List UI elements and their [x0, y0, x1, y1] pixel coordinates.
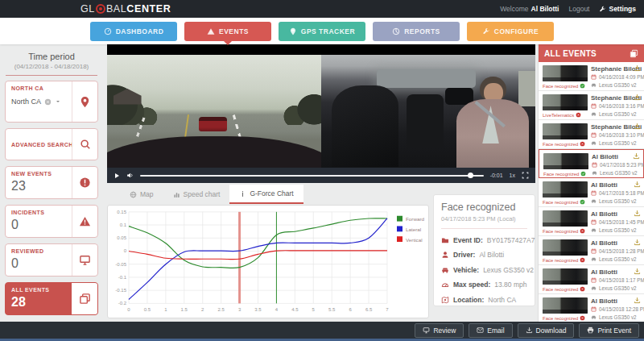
top-header: GLBALCENTER WelcomeAl Bilotti Logout Set… [0, 0, 644, 18]
event-list-item[interactable]: Face recognized Stephanie Bilotti 04/16/… [539, 62, 644, 91]
event-list-item[interactable]: Face recognized Al Bilotti 04/15/2018 12… [539, 294, 644, 323]
event-thumbnail [543, 268, 588, 285]
event-download-button[interactable] [633, 152, 640, 160]
event-date: 04/15/2018 1:28 PM [591, 248, 644, 254]
calendar-icon [591, 306, 597, 312]
nav-tab-configure[interactable]: CONFIGURE [467, 22, 554, 41]
event-list-item[interactable]: Face recognized Al Bilotti 04/17/2018 5:… [539, 149, 644, 178]
event-date: 04/16/2018 4:09 PM [591, 74, 644, 80]
event-tag: Face recognized [543, 286, 585, 292]
event-tag: Face recognized [543, 228, 585, 234]
event-tag: Face recognized [543, 257, 585, 263]
view-tabs: Map Speed chart G-Force Chart [107, 185, 303, 204]
search-icon[interactable] [80, 139, 91, 150]
counter-reviewed[interactable]: REVIEWED 0 [5, 243, 98, 277]
event-list-item[interactable]: Face recognized Al Bilotti 04/15/2018 1:… [539, 207, 644, 236]
monitor-icon [79, 254, 91, 266]
volume-button[interactable] [126, 172, 134, 179]
download-icon[interactable] [634, 239, 641, 246]
calendar-icon [591, 219, 597, 225]
event-thumbnail [543, 94, 588, 110]
review-button[interactable]: Review [415, 323, 464, 338]
search-icon-section[interactable] [72, 129, 97, 160]
play-button[interactable] [114, 173, 120, 179]
svg-text:4: 4 [275, 307, 279, 312]
calendar-icon [592, 162, 597, 168]
download-icon[interactable] [634, 297, 641, 304]
location-select[interactable]: North CA [11, 98, 66, 106]
event-list-item[interactable]: LiveTelematics Stephanie Bilotti 04/16/2… [539, 91, 644, 120]
fullscreen-button[interactable] [522, 172, 529, 179]
event-list-item[interactable]: Face recognized Al Bilotti 04/15/2018 1:… [539, 265, 644, 294]
counter-new-events[interactable]: NEW EVENTS 23 [5, 166, 98, 199]
nav-tab-events[interactable]: EVENTS [184, 22, 271, 41]
event-date: 04/15/2018 1:17 PM [591, 277, 644, 283]
nav-tab-dashboard[interactable]: DASHBOARD [90, 22, 177, 41]
download-icon[interactable] [634, 64, 641, 72]
nav-tab-gps-tracker[interactable]: GPS TRACKER [279, 22, 365, 41]
car-icon [591, 198, 597, 204]
event-date: 04/15/2018 12:28 PM [591, 306, 644, 312]
event-download-button[interactable] [634, 239, 641, 246]
seek-bar[interactable] [140, 175, 484, 177]
clear-icon[interactable] [44, 98, 52, 106]
download-button[interactable]: Download [518, 323, 575, 338]
download-icon[interactable] [633, 152, 640, 160]
event-list-item[interactable]: Face recognized Stephanie Bilotti 04/16/… [539, 120, 644, 149]
svg-text:0: 0 [127, 307, 130, 312]
car-icon [591, 314, 597, 320]
event-download-button[interactable] [634, 297, 641, 304]
download-icon[interactable] [634, 94, 641, 101]
download-icon[interactable] [634, 181, 641, 188]
event-list-item[interactable]: Face recognized Al Bilotti 04/15/2018 1:… [539, 236, 644, 265]
car-icon [591, 256, 597, 262]
caret-down-icon[interactable] [55, 98, 61, 105]
svg-text:0: 0 [124, 249, 127, 254]
video-player[interactable]: -0:01 1x [107, 44, 535, 183]
tab-speed-chart[interactable]: Speed chart [163, 185, 230, 204]
advanced-search-label: ADVANCED SEARCH [11, 142, 73, 148]
event-download-button[interactable] [634, 64, 641, 72]
event-download-button[interactable] [634, 123, 641, 130]
playback-speed[interactable]: 1x [510, 173, 515, 178]
event-download-button[interactable] [634, 268, 641, 275]
x-circle-icon [580, 141, 585, 147]
event-download-button[interactable] [634, 94, 641, 101]
tab-map[interactable]: Map [120, 185, 163, 204]
download-icon[interactable] [634, 210, 641, 217]
activity-icon [239, 190, 246, 198]
event-download-button[interactable] [634, 210, 641, 217]
x-circle-icon [580, 228, 585, 234]
download-icon[interactable] [634, 123, 641, 130]
event-thumbnail [543, 210, 588, 227]
advanced-search-card[interactable]: ADVANCED SEARCH [5, 128, 98, 160]
cabin-camera-view [321, 55, 535, 168]
header-actions: WelcomeAl Bilotti Logout Settings [500, 5, 644, 13]
time-remaining: -0:01 [490, 173, 503, 178]
event-date: 04/17/2018 5:18 PM [591, 190, 644, 196]
counter-all-events[interactable]: ALL EVENTS 28 [5, 282, 98, 315]
car-icon [592, 170, 597, 176]
counter-incidents[interactable]: INCIDENTS 0 [5, 205, 98, 238]
event-counters: NEW EVENTS 23 INCIDENTS 0 REVIEWED 0 ALL… [4, 166, 99, 315]
print-event-button[interactable]: Print Event [579, 323, 639, 338]
event-download-button[interactable] [634, 181, 641, 188]
settings-link[interactable]: Settings [599, 5, 636, 13]
dashcam-split-view [107, 55, 535, 168]
speaker-icon[interactable] [126, 172, 134, 179]
seek-handle[interactable] [468, 173, 473, 178]
tab-g-force-chart[interactable]: G-Force Chart [229, 185, 303, 204]
nav-tab-reports[interactable]: REPORTS [373, 22, 460, 41]
email-button[interactable]: Email [469, 323, 512, 338]
event-date: 04/16/2018 3:16 PM [591, 103, 644, 109]
logout-link[interactable]: Logout [568, 5, 589, 13]
play-icon[interactable] [114, 173, 120, 179]
counter-label: NEW EVENTS [11, 171, 66, 177]
email-icon [477, 326, 484, 334]
copy-icon[interactable] [630, 49, 638, 58]
event-details-fields: Event ID:BY01757427A7 Driver:Al Bilotti … [441, 236, 527, 304]
event-driver-name: Al Bilotti [592, 153, 618, 160]
fullscreen-icon[interactable] [522, 172, 529, 179]
download-icon[interactable] [634, 268, 641, 275]
event-list-item[interactable]: Face recognized Al Bilotti 04/17/2018 5:… [539, 178, 644, 207]
